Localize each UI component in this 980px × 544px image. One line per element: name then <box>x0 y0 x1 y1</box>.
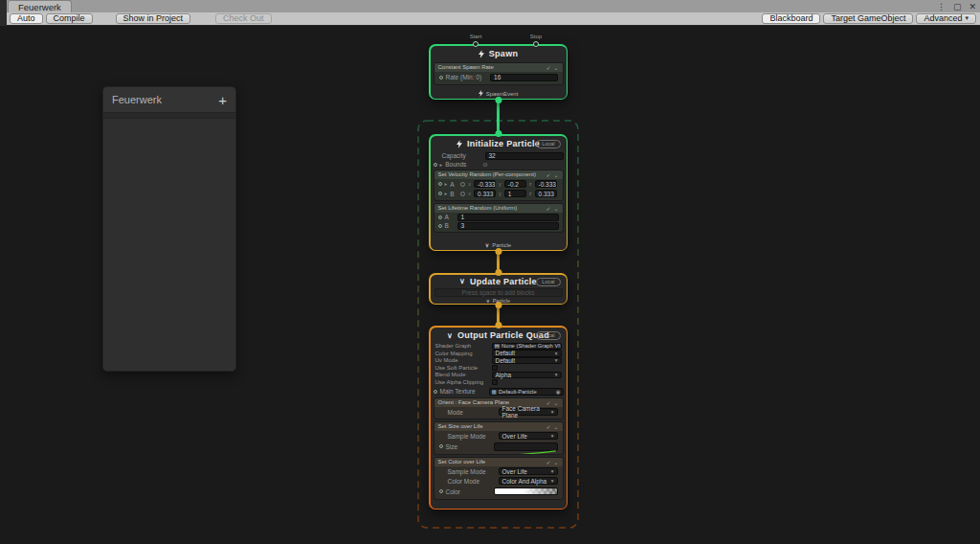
block-title: Set Velocity Random (Per-component) <box>438 171 536 177</box>
enabled-check-icon[interactable]: ✓ <box>546 171 550 178</box>
close-icon[interactable]: ✕ <box>969 2 976 11</box>
chevron-down-icon: ▾ <box>555 351 558 356</box>
velocity-b-z-field[interactable]: 0.333 <box>535 190 557 197</box>
velocity-a-y-field[interactable]: -0.2 <box>504 180 526 188</box>
space-badge[interactable]: Local <box>536 278 560 286</box>
target-gameobject-button[interactable]: Target GameObject <box>823 13 913 24</box>
size-sample-mode-dropdown[interactable]: Over Life ▾ <box>499 432 558 440</box>
lifetime-b-field[interactable]: 3 <box>457 222 559 230</box>
velocity-b-x-field[interactable]: 0.333 <box>474 190 496 197</box>
update-context-node[interactable]: ∨ Update Particle Local Press space to a… <box>429 273 568 305</box>
object-picker-icon[interactable]: ◉ <box>556 389 561 395</box>
maximize-icon[interactable]: ▢ <box>953 2 962 11</box>
output-header[interactable]: ∨ Output Particle Quad Local <box>431 329 567 343</box>
initialize-input-dot[interactable] <box>495 130 501 137</box>
set-size-over-life-block[interactable]: Set Size over Life ✓ ⌄ Sample Mode Over … <box>434 421 564 455</box>
blend-mode-dropdown[interactable]: Alpha ▾ <box>492 372 562 379</box>
update-input-dot[interactable] <box>495 269 501 276</box>
color-mapping-dropdown[interactable]: Default ▾ <box>492 350 562 357</box>
update-header[interactable]: ∨ Update Particle Local <box>431 276 567 287</box>
spawn-context-node[interactable]: Start Stop Spawn Constant Spawn Rate ✓ ⌄ <box>429 44 568 100</box>
lifetime-a-port[interactable] <box>438 215 442 219</box>
use-alpha-clipping-checkbox[interactable] <box>492 379 498 385</box>
orient-mode-dropdown[interactable]: Face Camera Plane ▾ <box>499 408 558 416</box>
enabled-check-icon[interactable]: ✓ <box>546 459 550 465</box>
main-texture-port[interactable] <box>434 390 437 394</box>
set-color-over-life-block[interactable]: Set Color over Life ✓ ⌄ Sample Mode Over… <box>434 457 564 500</box>
constant-spawn-rate-block[interactable]: Constant Spawn Rate ✓ ⌄ Rate (Min: 0) 16 <box>434 62 564 85</box>
use-soft-particle-checkbox[interactable] <box>492 365 498 371</box>
velocity-b-y-field[interactable]: 1 <box>504 190 526 197</box>
set-lifetime-random-block[interactable]: Set Lifetime Random (Uniform) ✓ ⌄ A 1 <box>434 203 564 233</box>
advanced-button[interactable]: Advanced ▾ <box>916 13 976 24</box>
enabled-check-icon[interactable]: ✓ <box>546 423 550 430</box>
collapse-icon[interactable]: ⌄ <box>553 64 558 71</box>
spawn-output-dot[interactable] <box>495 97 501 103</box>
velocity-a-port[interactable] <box>438 182 442 186</box>
foldout-icon[interactable]: ▸ <box>445 181 448 187</box>
start-port-label: Start <box>470 34 482 39</box>
collapse-icon[interactable]: ⌄ <box>553 171 558 178</box>
set-velocity-random-block[interactable]: Set Velocity Random (Per-component) ✓ ⌄ … <box>434 170 564 201</box>
initialize-output-dot[interactable] <box>495 248 501 255</box>
foldout-icon[interactable]: ▸ <box>445 191 448 196</box>
update-output-dot[interactable] <box>495 302 501 308</box>
space-badge[interactable]: Local <box>536 140 560 148</box>
tab-bar: Feuerwerk ⋮ ▢ ✕ <box>0 0 980 12</box>
graph-canvas[interactable]: Feuerwerk + Start Stop Spawn Constant Sp… <box>0 26 980 544</box>
velocity-a-z-field[interactable]: -0.333 <box>535 180 557 188</box>
link-icon[interactable] <box>460 192 465 196</box>
chevron-down-icon: ▾ <box>551 433 554 439</box>
capacity-field[interactable]: 32 <box>485 152 564 160</box>
lifetime-a-field[interactable]: 1 <box>457 214 559 221</box>
blackboard-toggle-button[interactable]: Blackboard <box>762 13 820 24</box>
tab-feuerwerk[interactable]: Feuerwerk <box>8 0 72 12</box>
stop-port[interactable] <box>533 41 539 47</box>
spawn-header[interactable]: Spawn <box>431 47 567 61</box>
color-mode-dropdown[interactable]: Color And Alpha ▾ <box>499 477 558 485</box>
initialize-header[interactable]: Initialize Particle Local <box>431 137 567 151</box>
compile-button[interactable]: Compile <box>46 13 93 24</box>
asset-page-icon: ▤ <box>495 343 500 349</box>
color-port[interactable] <box>439 489 443 493</box>
size-curve-field[interactable] <box>494 442 558 451</box>
color-gradient-field[interactable] <box>494 487 558 495</box>
foldout-icon[interactable]: ▸ <box>440 162 443 168</box>
collapse-icon[interactable]: ⌄ <box>553 459 558 465</box>
velocity-a-x-field[interactable]: -0.333 <box>474 180 496 188</box>
vfx-graph-window: Feuerwerk ⋮ ▢ ✕ Auto Compile Show in Pro… <box>0 0 980 544</box>
axis-z-label: z <box>529 191 532 196</box>
velocity-b-port[interactable] <box>438 192 442 195</box>
collapse-icon[interactable]: ⌄ <box>553 205 558 212</box>
blackboard-panel[interactable]: Feuerwerk + <box>102 86 236 372</box>
add-blocks-placeholder[interactable]: Press space to add blocks <box>434 288 563 297</box>
initialize-context-node[interactable]: Initialize Particle Local Capacity 32 ▸ … <box>429 134 568 251</box>
collapse-icon[interactable]: ⌄ <box>553 399 558 406</box>
bounds-port[interactable] <box>434 163 437 167</box>
uv-mode-dropdown[interactable]: Default ▾ <box>492 357 562 365</box>
space-badge[interactable]: Local <box>536 331 560 340</box>
size-port[interactable] <box>439 444 443 448</box>
start-port[interactable] <box>473 41 479 47</box>
output-input-dot[interactable] <box>495 322 501 329</box>
check-out-button[interactable]: Check Out <box>215 13 272 24</box>
main-texture-object-field[interactable]: ▦ Default-Particle ◉ <box>489 388 564 396</box>
lifetime-b-port[interactable] <box>438 224 442 228</box>
enabled-check-icon[interactable]: ✓ <box>546 64 550 71</box>
add-property-button[interactable]: + <box>218 93 227 107</box>
window-menu-icon[interactable]: ⋮ <box>937 2 946 11</box>
rate-field[interactable]: 16 <box>490 74 557 81</box>
color-sample-mode-dropdown[interactable]: Over Life ▾ <box>499 467 558 475</box>
blackboard-header[interactable]: Feuerwerk + <box>103 87 235 112</box>
collapse-icon[interactable]: ⌄ <box>553 423 558 430</box>
orient-block[interactable]: Orient : Face Camera Plane ✓ ⌄ Mode Face… <box>434 397 564 419</box>
color-mapping-label: Color Mapping <box>435 351 488 356</box>
show-in-project-button[interactable]: Show in Project <box>116 13 191 24</box>
rate-port[interactable] <box>439 76 443 79</box>
output-context-node[interactable]: ∨ Output Particle Quad Local Shader Grap… <box>429 326 568 510</box>
link-icon[interactable] <box>460 182 465 187</box>
shader-graph-object-field[interactable]: ▤ None (Shader Graph Vfx Asset) ◉ <box>492 343 562 351</box>
auto-button[interactable]: Auto <box>10 13 43 24</box>
lifetime-b-label: B <box>445 222 455 229</box>
enabled-check-icon[interactable]: ✓ <box>546 205 550 212</box>
